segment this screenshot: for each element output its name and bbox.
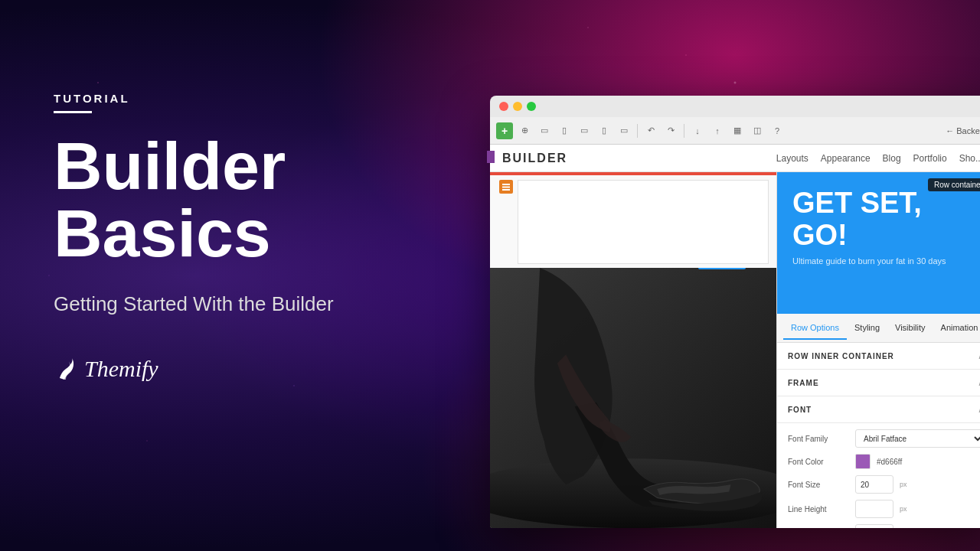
settings-body: ROW INNER CONTAINER ∧ FRAME ∧ FONT ∧	[777, 343, 980, 528]
add-button[interactable]: +	[496, 122, 513, 139]
letter-spacing-input[interactable]	[855, 524, 893, 528]
field-font-color: Font Color #d666ff 1	[788, 454, 980, 469]
section-font[interactable]: FONT ∧	[777, 396, 980, 423]
tutorial-label: TUTORIAL	[54, 92, 421, 105]
canvas-right: GET SET, GO! Ultimate guide to burn your…	[777, 172, 980, 528]
svg-rect-1	[502, 187, 510, 188]
row-handle	[490, 172, 776, 175]
traffic-light-yellow[interactable]	[513, 102, 522, 111]
desktop-icon[interactable]: ▭	[536, 122, 553, 139]
tablet-icon[interactable]: ▯	[556, 122, 573, 139]
font-family-label: Font Family	[788, 435, 849, 443]
nav-links: Layouts Appearance Blog Portfolio Sho...	[776, 153, 980, 164]
field-font-family: Font Family Abril Fatface	[788, 429, 980, 448]
shoe-svg	[490, 268, 776, 528]
main-title: Builder Basics	[54, 132, 421, 267]
nav-portfolio[interactable]: Portfolio	[913, 153, 947, 164]
title-line2: Basics	[54, 195, 271, 271]
color-swatch[interactable]	[855, 454, 871, 469]
line-height-input[interactable]	[855, 500, 893, 518]
site-nav: BUILDER Layouts Appearance Blog Portfoli…	[490, 145, 980, 172]
shoe-placeholder: ⬛ Image ✎	[490, 268, 776, 528]
section-font-title: FONT	[788, 406, 812, 414]
upload-icon[interactable]: ↑	[709, 122, 726, 139]
nav-shop[interactable]: Sho...	[959, 153, 980, 164]
hero-title: GET SET, GO!	[792, 187, 980, 252]
help-icon[interactable]: ?	[769, 122, 786, 139]
line-height-unit: px	[900, 505, 907, 513]
hero-line2: GO!	[792, 219, 848, 251]
svg-rect-0	[502, 184, 510, 185]
section-frame-title: FRAME	[788, 379, 819, 387]
field-letter-spacing: Letter Spacing px	[788, 524, 980, 528]
subtitle: Getting Started With the Builder	[54, 290, 421, 318]
brand-name: Themify	[84, 356, 158, 382]
redo-icon[interactable]: ↷	[662, 122, 679, 139]
toolbar-sep-2	[684, 124, 684, 138]
field-font-size: Font Size px	[788, 475, 980, 494]
field-line-height: Line Height px	[788, 500, 980, 518]
image-badge: ⬛ Image ✎	[698, 268, 746, 269]
settings-tabs: Row Options Styling Visibility Animation…	[777, 314, 980, 343]
themify-icon	[54, 357, 78, 381]
font-section-content: Font Family Abril Fatface Font Color #d6…	[777, 423, 980, 528]
section-frame[interactable]: FRAME ∧	[777, 370, 980, 396]
phone-icon[interactable]: ▯	[596, 122, 612, 139]
tab-row-options[interactable]: Row Options	[783, 317, 847, 340]
tab-styling[interactable]: Styling	[847, 317, 887, 340]
row-container-tooltip: Row container	[928, 178, 980, 191]
svg-rect-2	[502, 189, 510, 191]
title-line1: Builder	[54, 128, 286, 204]
color-hex-value: #d666ff	[877, 458, 975, 466]
canvas-left: ⬛ Image ✎	[490, 172, 777, 528]
settings-panel: Row Options Styling Visibility Animation…	[777, 314, 980, 528]
export-icon[interactable]: ◫	[749, 122, 766, 139]
left-content: TUTORIAL Builder Basics Getting Started …	[54, 92, 421, 382]
blue-hero: GET SET, GO! Ultimate guide to burn your…	[777, 172, 980, 314]
tab-visibility[interactable]: Visibility	[887, 317, 933, 340]
font-size-unit: px	[900, 481, 907, 488]
zoom-in-icon[interactable]: ⊕	[516, 122, 533, 139]
line-height-label: Line Height	[788, 505, 849, 514]
canvas-area: ⬛ Image ✎ GET SET, GO! Ultimate guide to…	[490, 172, 980, 528]
tablet-landscape-icon[interactable]: ▭	[576, 122, 593, 139]
backend-button[interactable]: ← Backend	[946, 126, 980, 135]
font-color-label: Font Color	[788, 458, 849, 466]
browser-window: + ⊕ ▭ ▯ ▭ ▯ ▭ ↶ ↷ ↓ ↑ ▦ ◫ ? ← Backend BU…	[490, 96, 980, 528]
hero-subtitle: Ultimate guide to burn your fat in 30 da…	[792, 256, 980, 266]
traffic-light-green[interactable]	[527, 102, 536, 111]
toolbar-sep-1	[637, 124, 638, 138]
undo-icon[interactable]: ↶	[642, 122, 659, 139]
nav-blog[interactable]: Blog	[883, 153, 901, 164]
hero-line1: GET SET,	[792, 187, 922, 219]
font-size-input[interactable]	[855, 475, 893, 494]
canvas-white-box	[518, 180, 769, 264]
tutorial-divider	[54, 111, 92, 113]
tab-animation[interactable]: Animation	[933, 317, 980, 340]
purple-edge-bar	[487, 151, 495, 163]
nav-layouts[interactable]: Layouts	[776, 153, 808, 164]
nav-appearance[interactable]: Appearance	[821, 153, 871, 164]
layout-icon[interactable]: ▦	[729, 122, 746, 139]
section-row-inner-container[interactable]: ROW INNER CONTAINER ∧	[777, 343, 980, 370]
builder-toolbar: + ⊕ ▭ ▯ ▭ ▯ ▭ ↶ ↷ ↓ ↑ ▦ ◫ ? ← Backend	[490, 117, 980, 145]
font-size-label: Font Size	[788, 481, 849, 489]
browser-titlebar	[490, 96, 980, 117]
themify-logo: Themify	[54, 356, 421, 382]
save-icon[interactable]: ↓	[689, 122, 706, 139]
traffic-light-red[interactable]	[499, 102, 508, 111]
font-family-select[interactable]: Abril Fatface	[855, 429, 980, 448]
phone-landscape-icon[interactable]: ▭	[616, 122, 632, 139]
module-handle[interactable]	[499, 180, 513, 194]
site-brand: BUILDER	[502, 152, 776, 165]
section-row-title: ROW INNER CONTAINER	[788, 352, 894, 360]
canvas-image: ⬛ Image ✎	[490, 268, 776, 528]
